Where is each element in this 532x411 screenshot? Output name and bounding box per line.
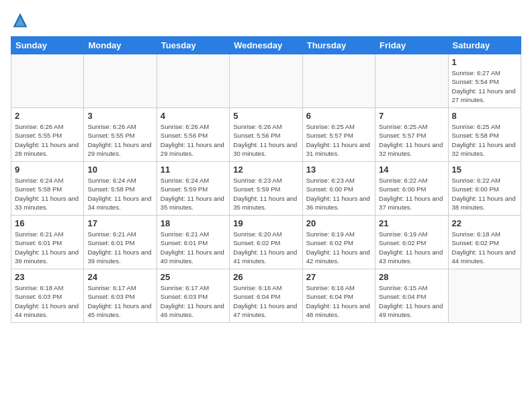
day-number: 7: [379, 111, 444, 121]
day-cell: 28Sunrise: 6:15 AM Sunset: 6:04 PM Dayli…: [375, 269, 448, 323]
weekday-header-monday: Monday: [84, 37, 157, 54]
day-cell: 25Sunrise: 6:17 AM Sunset: 6:03 PM Dayli…: [157, 269, 229, 323]
day-number: 4: [161, 111, 226, 121]
day-number: 8: [452, 111, 517, 121]
day-number: 10: [87, 165, 152, 175]
day-cell: 16Sunrise: 6:21 AM Sunset: 6:01 PM Dayli…: [11, 216, 84, 269]
day-cell: 7Sunrise: 6:25 AM Sunset: 5:57 PM Daylig…: [375, 108, 448, 162]
day-info: Sunrise: 6:20 AM Sunset: 6:02 PM Dayligh…: [233, 230, 298, 265]
day-cell: 5Sunrise: 6:26 AM Sunset: 5:56 PM Daylig…: [230, 108, 302, 162]
day-number: 13: [306, 165, 371, 175]
weekday-header-thursday: Thursday: [302, 37, 375, 54]
week-row-3: 9Sunrise: 6:24 AM Sunset: 5:58 PM Daylig…: [11, 162, 521, 216]
day-info: Sunrise: 6:16 AM Sunset: 6:04 PM Dayligh…: [306, 283, 371, 319]
day-number: 9: [15, 165, 80, 175]
day-info: Sunrise: 6:21 AM Sunset: 6:01 PM Dayligh…: [87, 230, 152, 265]
day-cell: [448, 269, 521, 323]
day-info: Sunrise: 6:24 AM Sunset: 5:58 PM Dayligh…: [87, 176, 152, 212]
day-cell: [375, 54, 448, 108]
day-number: 15: [452, 165, 517, 175]
day-cell: 17Sunrise: 6:21 AM Sunset: 6:01 PM Dayli…: [84, 216, 157, 269]
day-number: 6: [306, 111, 371, 121]
day-number: 12: [233, 165, 298, 175]
day-number: 2: [15, 111, 80, 121]
day-number: 28: [379, 272, 444, 282]
day-number: 17: [87, 218, 152, 228]
day-info: Sunrise: 6:21 AM Sunset: 6:01 PM Dayligh…: [161, 230, 226, 265]
day-number: 14: [379, 165, 444, 175]
day-info: Sunrise: 6:26 AM Sunset: 5:56 PM Dayligh…: [161, 122, 226, 158]
day-number: 25: [161, 272, 226, 282]
day-cell: 1Sunrise: 6:27 AM Sunset: 5:54 PM Daylig…: [448, 54, 521, 108]
day-cell: 14Sunrise: 6:22 AM Sunset: 6:00 PM Dayli…: [375, 162, 448, 216]
day-cell: [157, 54, 229, 108]
day-number: 21: [379, 218, 444, 228]
day-cell: 4Sunrise: 6:26 AM Sunset: 5:56 PM Daylig…: [157, 108, 229, 162]
day-cell: 2Sunrise: 6:26 AM Sunset: 5:55 PM Daylig…: [11, 108, 84, 162]
week-row-1: 1Sunrise: 6:27 AM Sunset: 5:54 PM Daylig…: [11, 54, 521, 108]
day-cell: 27Sunrise: 6:16 AM Sunset: 6:04 PM Dayli…: [302, 269, 375, 323]
day-info: Sunrise: 6:23 AM Sunset: 5:59 PM Dayligh…: [233, 176, 298, 212]
day-info: Sunrise: 6:17 AM Sunset: 6:03 PM Dayligh…: [161, 283, 226, 319]
day-info: Sunrise: 6:17 AM Sunset: 6:03 PM Dayligh…: [87, 283, 152, 319]
day-cell: [11, 54, 84, 108]
weekday-header-row: SundayMondayTuesdayWednesdayThursdayFrid…: [11, 37, 521, 54]
day-number: 20: [306, 218, 371, 228]
day-cell: 15Sunrise: 6:22 AM Sunset: 6:00 PM Dayli…: [448, 162, 521, 216]
day-number: 22: [452, 218, 517, 228]
day-info: Sunrise: 6:18 AM Sunset: 6:03 PM Dayligh…: [15, 283, 80, 319]
day-cell: 3Sunrise: 6:26 AM Sunset: 5:55 PM Daylig…: [84, 108, 157, 162]
day-cell: 11Sunrise: 6:24 AM Sunset: 5:59 PM Dayli…: [157, 162, 229, 216]
weekday-header-saturday: Saturday: [448, 37, 521, 54]
day-number: 18: [161, 218, 226, 228]
day-info: Sunrise: 6:16 AM Sunset: 6:04 PM Dayligh…: [233, 283, 298, 319]
day-info: Sunrise: 6:19 AM Sunset: 6:02 PM Dayligh…: [306, 230, 371, 265]
day-cell: 23Sunrise: 6:18 AM Sunset: 6:03 PM Dayli…: [11, 269, 84, 323]
day-number: 3: [87, 111, 152, 121]
weekday-header-sunday: Sunday: [11, 37, 84, 54]
day-number: 16: [15, 218, 80, 228]
day-cell: 20Sunrise: 6:19 AM Sunset: 6:02 PM Dayli…: [302, 216, 375, 269]
day-info: Sunrise: 6:18 AM Sunset: 6:02 PM Dayligh…: [452, 230, 517, 265]
day-info: Sunrise: 6:26 AM Sunset: 5:56 PM Dayligh…: [233, 122, 298, 158]
day-cell: 8Sunrise: 6:25 AM Sunset: 5:58 PM Daylig…: [448, 108, 521, 162]
calendar: SundayMondayTuesdayWednesdayThursdayFrid…: [11, 36, 521, 323]
day-info: Sunrise: 6:19 AM Sunset: 6:02 PM Dayligh…: [379, 230, 444, 265]
day-info: Sunrise: 6:27 AM Sunset: 5:54 PM Dayligh…: [452, 68, 517, 104]
day-cell: 13Sunrise: 6:23 AM Sunset: 6:00 PM Dayli…: [302, 162, 375, 216]
day-number: 23: [15, 272, 80, 282]
day-number: 27: [306, 272, 371, 282]
day-cell: [302, 54, 375, 108]
page-header: [11, 11, 521, 30]
day-info: Sunrise: 6:24 AM Sunset: 5:58 PM Dayligh…: [15, 176, 80, 212]
weekday-header-friday: Friday: [375, 37, 448, 54]
day-cell: 6Sunrise: 6:25 AM Sunset: 5:57 PM Daylig…: [302, 108, 375, 162]
day-number: 1: [452, 57, 517, 67]
day-info: Sunrise: 6:21 AM Sunset: 6:01 PM Dayligh…: [15, 230, 80, 265]
weekday-header-tuesday: Tuesday: [157, 37, 229, 54]
day-cell: [230, 54, 302, 108]
weekday-header-wednesday: Wednesday: [230, 37, 302, 54]
day-cell: 12Sunrise: 6:23 AM Sunset: 5:59 PM Dayli…: [230, 162, 302, 216]
day-cell: 26Sunrise: 6:16 AM Sunset: 6:04 PM Dayli…: [230, 269, 302, 323]
logo-icon: [11, 11, 30, 30]
day-info: Sunrise: 6:22 AM Sunset: 6:00 PM Dayligh…: [379, 176, 444, 212]
week-row-4: 16Sunrise: 6:21 AM Sunset: 6:01 PM Dayli…: [11, 216, 521, 269]
week-row-2: 2Sunrise: 6:26 AM Sunset: 5:55 PM Daylig…: [11, 108, 521, 162]
day-cell: 21Sunrise: 6:19 AM Sunset: 6:02 PM Dayli…: [375, 216, 448, 269]
day-cell: 9Sunrise: 6:24 AM Sunset: 5:58 PM Daylig…: [11, 162, 84, 216]
day-info: Sunrise: 6:25 AM Sunset: 5:57 PM Dayligh…: [379, 122, 444, 158]
day-info: Sunrise: 6:25 AM Sunset: 5:57 PM Dayligh…: [306, 122, 371, 158]
logo: [11, 11, 32, 30]
day-cell: 18Sunrise: 6:21 AM Sunset: 6:01 PM Dayli…: [157, 216, 229, 269]
day-info: Sunrise: 6:26 AM Sunset: 5:55 PM Dayligh…: [15, 122, 80, 158]
day-info: Sunrise: 6:25 AM Sunset: 5:58 PM Dayligh…: [452, 122, 517, 158]
day-info: Sunrise: 6:26 AM Sunset: 5:55 PM Dayligh…: [87, 122, 152, 158]
day-info: Sunrise: 6:22 AM Sunset: 6:00 PM Dayligh…: [452, 176, 517, 212]
day-info: Sunrise: 6:15 AM Sunset: 6:04 PM Dayligh…: [379, 283, 444, 319]
day-number: 26: [233, 272, 298, 282]
week-row-5: 23Sunrise: 6:18 AM Sunset: 6:03 PM Dayli…: [11, 269, 521, 323]
day-number: 11: [161, 165, 226, 175]
day-info: Sunrise: 6:23 AM Sunset: 6:00 PM Dayligh…: [306, 176, 371, 212]
day-number: 24: [87, 272, 152, 282]
